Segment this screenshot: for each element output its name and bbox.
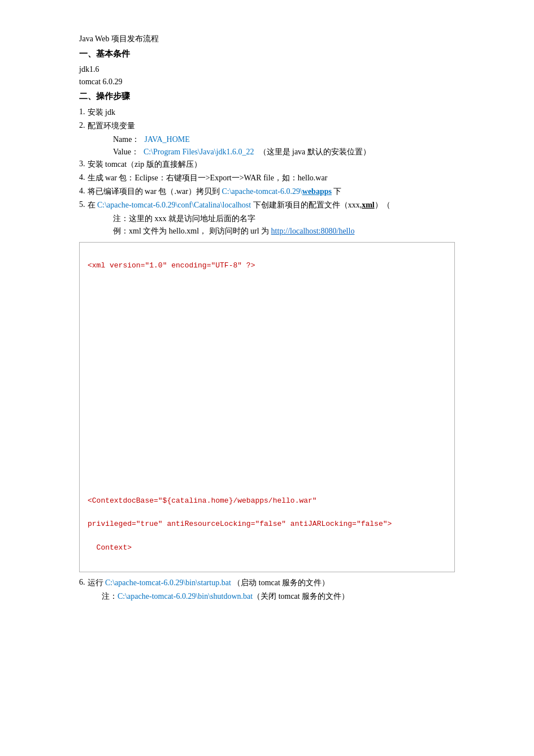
- value-label: Value：: [113, 147, 139, 157]
- step-5-mid: 下创建新项目的配置文件（xxx,: [251, 201, 362, 209]
- step-4a-number: 4.: [79, 173, 85, 183]
- code-line-7: [88, 401, 446, 413]
- code-line-9: [88, 448, 446, 460]
- item-tomcat: tomcat 6.0.29: [79, 77, 455, 87]
- value-path: C:\Program Files\Java\jdk1.6.0_22: [144, 148, 254, 157]
- step-5-xml-bold: xml: [362, 201, 375, 209]
- code-line-6: [88, 378, 446, 390]
- step-5-pre: 在: [88, 201, 98, 209]
- step-5-path: C:\apache-tomcat-6.0.29\conf\Catalina\lo…: [97, 201, 251, 209]
- code-line-1: <xml version="1.0" encoding="UTF-8" ?>: [88, 260, 446, 272]
- item-jdk: jdk1.6: [79, 65, 455, 74]
- code-line-8: [88, 425, 446, 437]
- code-line-3: [88, 307, 446, 319]
- step-1: 1. 安装 jdk: [79, 107, 455, 118]
- step-5-note-text: 注：这里的 xxx 就是访问地址后面的名字: [113, 214, 255, 223]
- step-4a-text: 生成 war 包：Eclipse：右键项目一>Export一>WAR file，…: [88, 173, 328, 183]
- step-4b-pre: 将已编译项目的 war 包（.war）拷贝到: [88, 187, 222, 196]
- step-5-number: 5.: [79, 200, 85, 210]
- step-2: 2. 配置环境变量: [79, 121, 455, 131]
- name-row: Name： JAVA_HOME: [113, 135, 455, 145]
- name-value: JAVA_HOME: [144, 135, 189, 144]
- step-4b-content: 将已编译项目的 war 包（.war）拷贝到 C:\apache-tomcat-…: [88, 187, 342, 197]
- step-6-number: 6.: [79, 578, 85, 588]
- step-6-note-text: （关闭 tomcat 服务的文件）: [253, 592, 349, 601]
- step-6-path2: C:\apache-tomcat-6.0.29\bin\shutdown.bat: [118, 592, 253, 601]
- value-row: Value： C:\Program Files\Java\jdk1.6.0_22…: [113, 147, 455, 157]
- code-line-13: Context>: [88, 542, 446, 554]
- code-line-4: [88, 331, 446, 343]
- page-title: Java Web 项目发布流程: [79, 34, 455, 44]
- section1-heading: 一、基本条件: [79, 49, 455, 59]
- step-4b-path: C:\apache-tomcat-6.0.29\: [222, 187, 302, 196]
- step-4b-post: 下: [332, 187, 342, 196]
- step-5-example-pre: 例：xml 文件为 hello.xml， 则访问时的 url 为: [113, 227, 271, 235]
- code-box: <xml version="1.0" encoding="UTF-8" ?> <…: [79, 242, 455, 572]
- step-1-text: 安装 jdk: [88, 107, 115, 118]
- step-2-text: 配置环境变量: [88, 121, 135, 131]
- step-6: 6. 运行 C:\apache-tomcat-6.0.29\bin\startu…: [79, 578, 455, 588]
- code-line-10: [88, 472, 446, 483]
- code-line-12: privileged="true" antiResourceLocking="f…: [88, 519, 446, 530]
- step-1-number: 1.: [79, 107, 85, 118]
- step-5-post: ）（: [375, 201, 390, 209]
- step-5-example-url[interactable]: http://localhost:8080/hello: [271, 227, 355, 235]
- step-5-note: 注：这里的 xxx 就是访问地址后面的名字: [113, 214, 455, 224]
- step-6-mid: （启动 tomcat 服务的文件）: [231, 578, 330, 587]
- step-3-number: 3.: [79, 159, 85, 170]
- step-4a: 4. 生成 war 包：Eclipse：右键项目一>Export一>WAR fi…: [79, 173, 455, 183]
- step-6-content: 运行 C:\apache-tomcat-6.0.29\bin\startup.b…: [88, 578, 330, 588]
- section2-heading: 二、操作步骤: [79, 91, 455, 102]
- step-6-path1: C:\apache-tomcat-6.0.29\bin\startup.bat: [105, 578, 231, 587]
- name-label: Name：: [113, 135, 140, 145]
- code-line-2: [88, 283, 446, 295]
- code-line-5: [88, 354, 446, 366]
- step-2-number: 2.: [79, 121, 85, 131]
- step-5-content: 在 C:\apache-tomcat-6.0.29\conf\Catalina\…: [88, 200, 390, 210]
- step-5: 5. 在 C:\apache-tomcat-6.0.29\conf\Catali…: [79, 200, 455, 210]
- step-4b: 4. 将已编译项目的 war 包（.war）拷贝到 C:\apache-tomc…: [79, 187, 455, 197]
- value-note: （这里是 java 默认的安装位置）: [259, 147, 371, 157]
- code-line-11: <ContextdocBase="${catalina.home}/webapp…: [88, 495, 446, 507]
- step-4b-bold: webapps: [302, 187, 332, 196]
- step-6-pre: 运行: [88, 578, 106, 587]
- step-3-text: 安装 tomcat（zip 版的直接解压）: [88, 159, 202, 170]
- step-6-note: 注：C:\apache-tomcat-6.0.29\bin\shutdown.b…: [102, 591, 455, 602]
- step-6-note-label: 注：: [102, 592, 118, 601]
- step-4b-number: 4.: [79, 187, 85, 197]
- step-3: 3. 安装 tomcat（zip 版的直接解压）: [79, 159, 455, 170]
- step-5-example: 例：xml 文件为 hello.xml， 则访问时的 url 为 http://…: [113, 226, 455, 236]
